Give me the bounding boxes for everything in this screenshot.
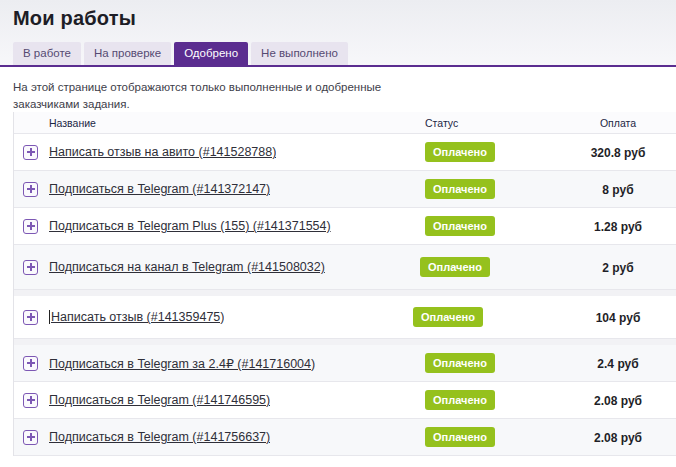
status-badge: Оплачено <box>425 142 495 162</box>
payment-value: 2.08 руб <box>594 431 642 445</box>
status-badge: Оплачено <box>425 353 495 373</box>
task-link[interactable]: Подписаться в Telegram (#141746595) <box>49 393 270 407</box>
status-badge: Оплачено <box>425 427 495 447</box>
table-row: Написать отзыв (#141359475) Оплачено 104… <box>14 296 676 339</box>
expand-plus-icon[interactable] <box>23 182 38 197</box>
expand-plus-icon[interactable] <box>23 356 38 371</box>
table-row: Подписаться на канал в Telegram (#141508… <box>14 245 676 290</box>
page-description: На этой странице отображаются только вып… <box>0 67 676 112</box>
expand-plus-icon[interactable] <box>23 430 38 445</box>
status-badge: Оплачено <box>420 257 490 277</box>
payment-value: 2.4 руб <box>597 357 638 371</box>
column-header-name: Название <box>49 117 425 129</box>
payment-value: 1.28 руб <box>594 220 642 234</box>
works-table: Название Статус Оплата Написать отзыв на… <box>13 112 676 456</box>
status-badge: Оплачено <box>425 216 495 236</box>
column-header-status: Статус <box>425 117 560 129</box>
expand-plus-icon[interactable] <box>23 145 38 160</box>
page-header: Мои работы В работе На проверке Одобрено… <box>0 0 676 67</box>
task-link[interactable]: Подписаться в Telegram (#141372147) <box>49 182 270 196</box>
status-badge: Оплачено <box>425 390 495 410</box>
expand-plus-icon[interactable] <box>23 310 38 325</box>
tab-in-progress[interactable]: В работе <box>13 42 81 66</box>
table-row: Подписаться в Telegram (#141372147) Опла… <box>14 171 676 208</box>
task-link[interactable]: Подписаться в Telegram (#141756637) <box>49 430 270 444</box>
task-link[interactable]: Написать отзыв (#141359475) <box>51 310 224 324</box>
payment-value: 2 руб <box>602 261 633 275</box>
table-row: Подписаться в Telegram (#141756637) Опла… <box>14 419 676 456</box>
payment-value: 2.08 руб <box>594 394 642 408</box>
expand-plus-icon[interactable] <box>23 393 38 408</box>
column-header-payment: Оплата <box>560 117 676 129</box>
table-row: Написать отзыв на авито (#141528788) Опл… <box>14 134 676 171</box>
table-row: Подписаться в Telegram за 2.4₽ (#1417160… <box>14 345 676 382</box>
expand-plus-icon[interactable] <box>23 260 38 275</box>
task-link[interactable]: Подписаться на канал в Telegram (#141508… <box>49 260 325 274</box>
tab-approved[interactable]: Одобрено <box>174 42 248 66</box>
tab-not-completed[interactable]: Не выполнено <box>251 42 348 66</box>
task-link[interactable]: Написать отзыв на авито (#141528788) <box>49 145 276 159</box>
payment-value: 8 руб <box>602 183 633 197</box>
page-title: Мои работы <box>13 7 136 30</box>
task-link[interactable]: Подписаться в Telegram Plus (155) (#1413… <box>49 219 331 233</box>
status-badge: Оплачено <box>413 307 483 327</box>
task-link[interactable]: Подписаться в Telegram за 2.4₽ (#1417160… <box>49 356 315 371</box>
status-badge: Оплачено <box>425 179 495 199</box>
table-row: Подписаться в Telegram Plus (155) (#1413… <box>14 208 676 245</box>
expand-plus-icon[interactable] <box>23 219 38 234</box>
payment-value: 320.8 руб <box>591 146 646 160</box>
table-row: Подписаться в Telegram (#141746595) Опла… <box>14 382 676 419</box>
table-header-row: Название Статус Оплата <box>14 112 676 134</box>
tab-bar: В работе На проверке Одобрено Не выполне… <box>13 42 348 66</box>
tab-under-review[interactable]: На проверке <box>84 42 171 66</box>
payment-value: 104 руб <box>596 311 641 325</box>
text-cursor <box>49 310 50 324</box>
